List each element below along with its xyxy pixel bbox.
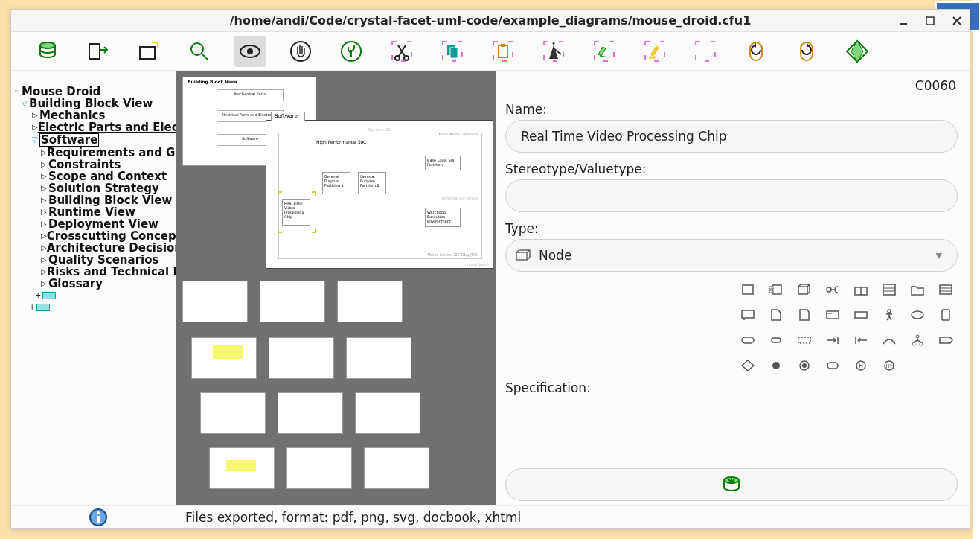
tree-sw-5[interactable]: ▷Runtime View (11, 206, 176, 218)
child-thumb[interactable] (364, 447, 429, 489)
palette-package-icon[interactable] (849, 279, 873, 300)
plant-icon[interactable] (336, 36, 367, 67)
redo-icon[interactable] (791, 36, 822, 67)
palette-frame-icon[interactable] (821, 304, 845, 325)
child-thumb[interactable] (337, 281, 403, 322)
palette-block-icon[interactable] (736, 279, 760, 300)
paste-icon[interactable] (487, 36, 519, 67)
close-button[interactable] (950, 14, 964, 28)
tree-placeholder-2[interactable]: + (11, 302, 176, 313)
palette-ellipse-icon[interactable] (906, 304, 929, 325)
diagram-element-selected[interactable]: Real Time Video Processing Chip (282, 199, 310, 226)
reset-selection-icon[interactable] (690, 36, 721, 67)
palette-rounded-icon[interactable] (736, 330, 760, 351)
instantiate-icon[interactable] (589, 36, 620, 67)
palette-empty-1 (906, 355, 929, 376)
palette-table-icon[interactable] (934, 279, 958, 300)
tree-sw-0[interactable]: ▷Requirements and Goals (11, 147, 176, 159)
palette-tablet-icon[interactable] (934, 304, 958, 325)
svg-point-60 (802, 363, 807, 368)
stereotype-input[interactable] (505, 179, 958, 212)
child-thumb[interactable] (260, 281, 325, 322)
palette-state-icon[interactable] (821, 355, 845, 376)
minimize-button[interactable] (897, 14, 910, 28)
maximize-button[interactable] (923, 14, 937, 28)
tree-root[interactable]: ◦Mouse Droid (11, 86, 176, 98)
tree-sw-2[interactable]: ▷Scope and Context (11, 170, 176, 182)
search-icon[interactable] (184, 36, 215, 67)
delete-icon[interactable] (538, 36, 569, 67)
palette-pill-icon[interactable] (764, 330, 788, 351)
palette-document-icon[interactable] (764, 304, 788, 325)
cut-icon[interactable] (386, 36, 417, 67)
palette-flow-icon[interactable] (877, 330, 901, 351)
diagram-element[interactable]: Base Logic SW Partition (425, 156, 461, 170)
name-input[interactable]: Real Time Video Processing Chip (505, 120, 958, 153)
svg-point-56 (912, 342, 915, 345)
child-thumb[interactable] (191, 337, 257, 379)
svg-rect-32 (769, 287, 773, 289)
tree-sw-4[interactable]: ▷Building Block View (11, 194, 176, 206)
palette-screen-icon[interactable] (736, 304, 760, 325)
tree-bbv[interactable]: ▽Building Block View (11, 98, 176, 109)
palette-page-icon[interactable] (792, 304, 816, 325)
child-thumb[interactable] (355, 392, 420, 434)
palette-interface-icon[interactable] (821, 279, 845, 300)
palette-initial-icon[interactable] (764, 355, 788, 376)
child-thumb[interactable] (286, 447, 352, 489)
palette-class-icon[interactable] (877, 279, 901, 300)
type-select[interactable]: Node ▼ (505, 239, 958, 272)
diagram-element[interactable]: General Purpose Partition 1 (322, 172, 350, 194)
child-thumb[interactable] (182, 281, 248, 322)
about-icon[interactable] (842, 36, 873, 67)
tree-sw-10[interactable]: ▷Risks and Technical Debts (11, 266, 176, 278)
palette-node-icon[interactable] (792, 279, 816, 300)
palette-actor-icon[interactable] (877, 304, 901, 325)
copy-icon[interactable] (437, 36, 468, 67)
tree-sw-7[interactable]: ▷Crosscutting Concepts (11, 230, 176, 242)
canvas-panel[interactable]: Building Block View Mechanical Parts Ele… (176, 71, 496, 505)
export-icon[interactable] (83, 36, 114, 67)
palette-deep-history-icon[interactable]: H* (877, 355, 901, 376)
child-thumb[interactable] (346, 337, 411, 379)
palette-dashed-rect-icon[interactable] (792, 330, 816, 351)
view-icon[interactable] (234, 36, 266, 67)
palette-card-icon[interactable] (849, 304, 873, 325)
palette-receive-icon[interactable] (849, 330, 873, 351)
tree-sw-1[interactable]: ▷Constraints (11, 159, 176, 170)
child-thumb[interactable] (278, 392, 343, 434)
palette-component-icon[interactable] (764, 279, 788, 300)
hand-icon[interactable] (285, 36, 316, 67)
info-icon[interactable] (86, 508, 111, 527)
tree-sw-11[interactable]: ▷Glossary (11, 278, 176, 290)
tree-mechanics[interactable]: ▷Mechanics (11, 109, 176, 121)
palette-send-icon[interactable] (821, 330, 845, 351)
tree-sw-8[interactable]: ▷Architecture Decisions (11, 242, 176, 254)
main-diagram[interactable]: Software High Performance SoC Base Micro… (266, 120, 493, 269)
tree-sw-6[interactable]: ▷Deployment View (11, 218, 176, 230)
palette-accept-icon[interactable] (934, 330, 958, 351)
tree-sw-9[interactable]: ▷Quality Scenarios (11, 254, 176, 266)
tree-placeholder-1[interactable]: + (11, 290, 176, 302)
palette-fork-icon[interactable] (906, 330, 929, 351)
child-thumb[interactable] (269, 337, 334, 379)
palette-folder-icon[interactable] (906, 279, 929, 300)
child-thumb[interactable] (200, 392, 266, 434)
highlight-icon[interactable] (639, 36, 670, 67)
child-thumb[interactable] (209, 447, 275, 489)
diagram-element[interactable]: General Purpose Partition 2 (358, 172, 386, 194)
undo-icon[interactable] (740, 36, 772, 67)
content-row: ◦Mouse Droid ▽Building Block View ▷Mecha… (11, 71, 970, 505)
new-window-icon[interactable] (133, 36, 164, 67)
svg-point-58 (772, 362, 780, 369)
tree-sw-3[interactable]: ▷Solution Strategy (11, 182, 176, 194)
tree-software[interactable]: ▽Software (11, 133, 176, 147)
diagram-element[interactable]: Watchdog Execution Environment (425, 208, 461, 227)
palette-final-icon[interactable] (792, 355, 816, 376)
palette-history-icon[interactable]: H (849, 355, 873, 376)
tree-electric[interactable]: ▷Electric Parts and Electronics (11, 121, 176, 133)
database-icon[interactable] (32, 36, 63, 67)
commit-button[interactable] (505, 468, 958, 501)
svg-text:H*: H* (886, 363, 893, 369)
palette-decision-icon[interactable] (736, 355, 760, 376)
